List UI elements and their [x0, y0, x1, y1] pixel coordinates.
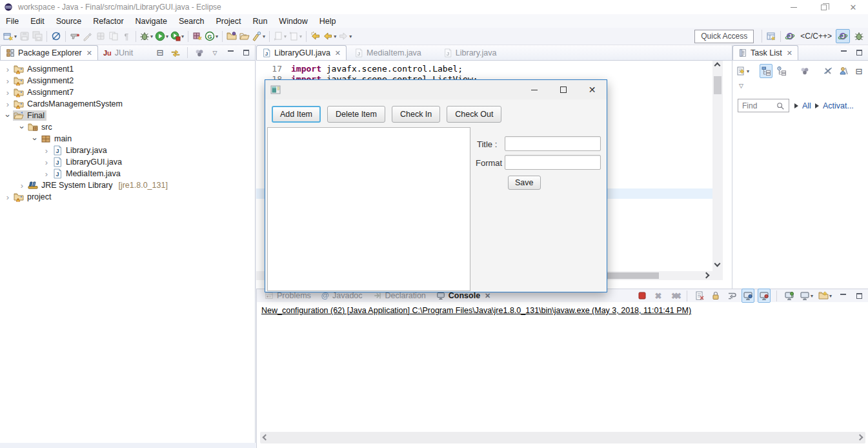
- back-history-button[interactable]: ▾: [322, 29, 338, 43]
- maximize-panel-button[interactable]: [239, 46, 252, 60]
- fx-maximize-button[interactable]: [549, 80, 578, 99]
- open-perspective-button[interactable]: [765, 29, 778, 43]
- menu-run[interactable]: Run: [247, 14, 273, 28]
- chevron-right-icon[interactable]: ›: [3, 100, 13, 108]
- chevron-right-icon[interactable]: ›: [41, 170, 52, 178]
- close-tab-icon[interactable]: ✕: [86, 49, 92, 57]
- show-on-stderr-button[interactable]: [758, 289, 771, 303]
- java-perspective-active-button[interactable]: J: [836, 29, 850, 43]
- tree-item-assignment7[interactable]: ›Assignment7: [0, 87, 255, 98]
- chevron-down-icon[interactable]: ›: [31, 134, 39, 144]
- delete-item-button[interactable]: Delete Item: [327, 106, 385, 123]
- check-out-button[interactable]: Check Out: [447, 106, 501, 123]
- chevron-right-icon[interactable]: ›: [3, 193, 13, 201]
- new-wizard-button[interactable]: ▾: [3, 29, 18, 43]
- menu-help[interactable]: Help: [314, 14, 342, 28]
- new-project-button[interactable]: [191, 29, 204, 43]
- link-with-editor-button[interactable]: [169, 46, 182, 60]
- tab-task-list[interactable]: Task List ✕: [732, 45, 798, 60]
- tree-item-assignment1[interactable]: ›Assignment1: [0, 63, 255, 75]
- pin-console-button[interactable]: [783, 289, 796, 303]
- fx-titlebar[interactable]: ✕: [265, 80, 607, 99]
- build-button[interactable]: [94, 29, 107, 43]
- minimize-panel-button[interactable]: [837, 46, 850, 60]
- find-box[interactable]: [738, 99, 789, 112]
- menu-search[interactable]: Search: [173, 14, 210, 28]
- find-input[interactable]: [742, 101, 776, 110]
- format-button[interactable]: [81, 29, 94, 43]
- scroll-down-icon[interactable]: [715, 261, 720, 266]
- coverage-button[interactable]: ▾: [170, 29, 185, 43]
- tree-item-librarygui-java[interactable]: ›JLibraryGUI.java: [0, 156, 255, 168]
- scroll-right-icon[interactable]: [858, 435, 862, 440]
- tree-item-final[interactable]: ›Final: [0, 110, 255, 121]
- fx-close-button[interactable]: ✕: [578, 80, 607, 99]
- display-console-button[interactable]: ▾: [799, 289, 814, 303]
- debug-button[interactable]: ▾: [139, 29, 154, 43]
- add-item-button[interactable]: Add Item: [272, 106, 321, 123]
- scroll-lock-button[interactable]: [709, 289, 722, 303]
- cpp-perspective-button[interactable]: <C/C++>: [800, 32, 832, 41]
- console-hscrollbar[interactable]: [260, 432, 865, 443]
- item-list-view[interactable]: [267, 127, 470, 291]
- tab-librarygui-java[interactable]: J LibraryGUI.java ✕: [256, 45, 347, 60]
- expand-activate-icon[interactable]: [815, 103, 819, 108]
- java-perspective-button[interactable]: J: [783, 29, 796, 43]
- chevron-right-icon[interactable]: ›: [3, 88, 13, 97]
- restore-button[interactable]: [809, 0, 838, 14]
- maximize-panel-button[interactable]: [853, 289, 865, 303]
- tab-library-java[interactable]: J Library.java: [438, 45, 502, 60]
- activate-link[interactable]: Activat...: [823, 101, 854, 110]
- vscroll-thumb[interactable]: [714, 76, 722, 94]
- format-input[interactable]: [505, 155, 601, 170]
- scroll-up-icon[interactable]: [715, 63, 720, 68]
- gwt-compile-button[interactable]: G▾: [204, 29, 219, 43]
- close-tab-icon[interactable]: ✕: [335, 49, 341, 57]
- editor-vscrollbar[interactable]: [712, 61, 723, 271]
- minimize-panel-button[interactable]: [836, 289, 849, 303]
- new-task-button[interactable]: ▾: [736, 64, 749, 78]
- word-wrap-button[interactable]: [725, 289, 738, 303]
- tree-item-src[interactable]: ›src: [0, 121, 255, 133]
- view-menu-button[interactable]: ▽: [208, 46, 221, 60]
- save-button[interactable]: Save: [508, 176, 541, 190]
- quick-access-button[interactable]: Quick Access: [694, 30, 754, 43]
- menu-refactor[interactable]: Refactor: [87, 14, 129, 28]
- expand-all-icon[interactable]: [794, 103, 798, 108]
- title-input[interactable]: [505, 136, 601, 151]
- last-edit-location-button[interactable]: [309, 29, 322, 43]
- close-tab-icon[interactable]: ✕: [485, 292, 490, 300]
- maximize-panel-button[interactable]: [853, 46, 865, 60]
- menu-edit[interactable]: Edit: [25, 14, 50, 28]
- chevron-right-icon[interactable]: ›: [41, 158, 52, 167]
- collapse-all-button[interactable]: ⊟: [154, 46, 167, 60]
- chevron-right-icon[interactable]: ›: [3, 77, 13, 85]
- menu-project[interactable]: Project: [210, 14, 247, 28]
- filter-person-button[interactable]: [837, 64, 850, 78]
- chevron-down-icon[interactable]: ›: [18, 122, 26, 132]
- menu-window[interactable]: Window: [273, 14, 313, 28]
- run-button[interactable]: ▾: [154, 29, 170, 43]
- collapse-all-button[interactable]: ⊟: [853, 64, 865, 78]
- fx-minimize-button[interactable]: [520, 80, 549, 99]
- focus-task-button[interactable]: [193, 46, 206, 60]
- sync-button[interactable]: [798, 64, 811, 78]
- menu-navigate[interactable]: Navigate: [130, 14, 173, 28]
- chevron-right-icon[interactable]: ›: [17, 181, 27, 190]
- tree-item-mediaitem-java[interactable]: ›JMediaItem.java: [0, 168, 255, 179]
- close-button[interactable]: ✕: [838, 0, 868, 14]
- previous-annotation-button[interactable]: ▾: [288, 29, 303, 43]
- check-in-button[interactable]: Check In: [392, 106, 440, 123]
- filter-all-link[interactable]: All: [802, 101, 811, 110]
- show-whitespace-button[interactable]: ¶: [120, 29, 133, 43]
- tab-junit[interactable]: Ju JUnit: [98, 45, 138, 60]
- import-button[interactable]: [225, 29, 238, 43]
- open-resource-button[interactable]: [107, 29, 120, 43]
- menu-source[interactable]: Source: [50, 14, 88, 28]
- tree-item-jre-system-library[interactable]: ›JRE System Library[jre1.8.0_131]: [0, 179, 255, 191]
- chevron-down-icon[interactable]: ›: [4, 110, 12, 121]
- save-button[interactable]: [18, 29, 31, 43]
- tree-item-cardsmanagementsystem[interactable]: ›CardsManagementSystem: [0, 98, 255, 110]
- close-tab-icon[interactable]: ✕: [787, 49, 792, 57]
- skip-breakpoints-button[interactable]: [50, 29, 63, 43]
